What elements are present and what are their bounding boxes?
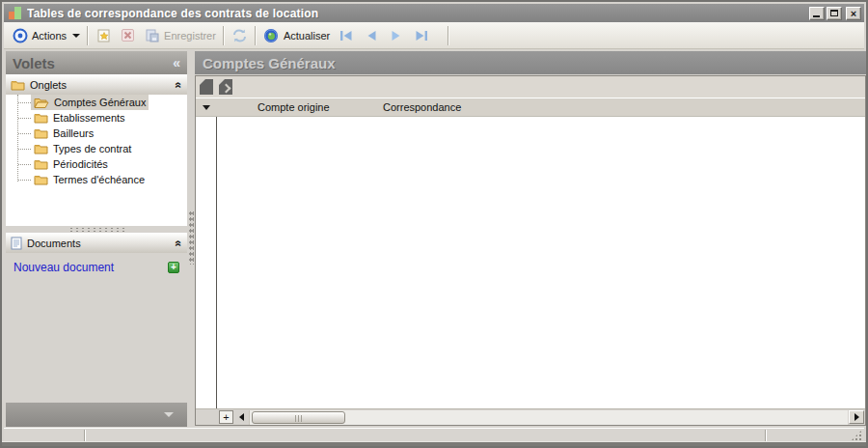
new-document-link[interactable]: Nouveau document xyxy=(14,261,168,274)
app-icon xyxy=(9,7,22,19)
sync-arrows-icon xyxy=(231,27,248,43)
sidebar-scroll-down[interactable] xyxy=(6,403,187,427)
toolbar-separator xyxy=(255,26,257,45)
dropdown-arrow-icon xyxy=(203,105,210,110)
save-icon xyxy=(144,27,160,43)
document-link-row: Nouveau document + xyxy=(6,253,187,282)
new-item-button[interactable] xyxy=(92,25,116,45)
grid-body[interactable] xyxy=(196,117,865,408)
toolbar-separator xyxy=(87,26,89,45)
main-panel-header: Comptes Généraux xyxy=(195,51,866,74)
scroll-left-button[interactable] xyxy=(233,410,249,424)
tree-item-label: Périodicités xyxy=(53,158,108,170)
add-row-button[interactable]: + xyxy=(219,410,233,424)
close-icon: × xyxy=(847,7,860,20)
delete-x-icon xyxy=(120,27,136,43)
delete-item-button[interactable] xyxy=(116,25,140,45)
nav-last-button[interactable] xyxy=(411,27,432,44)
grid-group-panel xyxy=(196,76,865,98)
app-window: Tables de correspondance des contrats de… xyxy=(0,0,868,448)
add-document-button[interactable]: + xyxy=(168,262,179,273)
actions-label: Actions xyxy=(32,30,67,42)
nav-next-icon xyxy=(391,30,402,42)
tree-item-types-de-contrat[interactable]: Types de contrat xyxy=(6,141,187,156)
horizontal-scrollbar-track[interactable] xyxy=(249,410,848,425)
window-title: Tables de correspondance des contrats de… xyxy=(27,7,809,20)
nav-last-icon xyxy=(415,30,428,42)
row-indicator-cell[interactable] xyxy=(196,98,216,117)
sync-button[interactable] xyxy=(228,25,252,45)
scroll-right-button[interactable] xyxy=(849,410,864,424)
tree-item-label: Termes d'échéance xyxy=(53,174,145,185)
close-button[interactable]: × xyxy=(846,7,861,20)
column-header-compte-origine[interactable]: Compte origine xyxy=(258,101,330,113)
save-button[interactable]: Enregistrer xyxy=(140,25,220,45)
maximize-button[interactable] xyxy=(827,7,842,20)
document-icon xyxy=(11,237,22,250)
tree-item-label: Types de contrat xyxy=(53,143,131,154)
splitter-grip-icon xyxy=(68,227,124,232)
chevron-double-up-icon[interactable]: « xyxy=(175,240,184,247)
nav-first-icon xyxy=(339,30,353,42)
chevron-down-icon xyxy=(72,34,80,38)
folder-icon xyxy=(34,112,48,124)
tree-item-label: Etablissements xyxy=(53,112,125,124)
tree-empty-space xyxy=(6,187,187,226)
titlebar: Tables de correspondance des contrats de… xyxy=(4,4,864,22)
nav-previous-icon xyxy=(366,30,377,42)
toolbar-separator xyxy=(448,26,449,45)
tree-item-periodicites[interactable]: Périodicités xyxy=(6,156,187,172)
arrow-right-icon xyxy=(854,413,859,421)
collapse-sidebar-icon[interactable]: « xyxy=(173,58,180,68)
onglets-tree: Comptes Généraux Etablissements Bailleur… xyxy=(6,95,187,226)
save-label: Enregistrer xyxy=(164,30,216,42)
tree-item-label: Comptes Généraux xyxy=(54,97,146,108)
arrow-left-icon xyxy=(239,413,244,421)
actions-target-icon xyxy=(12,27,28,43)
folder-icon xyxy=(34,174,48,185)
onglets-group-label: Onglets xyxy=(30,79,171,91)
minimize-icon xyxy=(813,15,820,17)
tree-item-label: Bailleurs xyxy=(53,127,94,139)
chevron-down-icon xyxy=(164,412,174,417)
grid-scrollbar-row: + xyxy=(196,408,865,425)
vertical-splitter[interactable] xyxy=(187,51,195,427)
refresh-icon xyxy=(263,27,280,43)
row-indicator-divider xyxy=(216,98,217,425)
onglets-group-header[interactable]: Onglets « xyxy=(6,74,187,95)
chevron-double-up-icon[interactable]: « xyxy=(175,82,184,89)
toolbar-separator xyxy=(223,26,225,45)
documents-group-header[interactable]: Documents « xyxy=(6,233,187,253)
horizontal-splitter[interactable] xyxy=(6,226,187,233)
refresh-button[interactable]: Actualiser xyxy=(259,25,334,45)
toolbar: Actions Enregistrer xyxy=(4,22,864,49)
nav-previous-button[interactable] xyxy=(361,27,382,44)
minimize-button[interactable] xyxy=(809,7,825,20)
splitter-grip-icon xyxy=(189,210,194,265)
folder-icon xyxy=(34,143,48,154)
horizontal-scrollbar-thumb[interactable] xyxy=(252,411,345,424)
grid-panel: Compte origine Correspondance + xyxy=(195,75,866,426)
new-note-icon xyxy=(95,27,112,43)
tree-item-etablissements[interactable]: Etablissements xyxy=(6,110,187,126)
tree-item-termes-echeance[interactable]: Termes d'échéance xyxy=(6,172,187,187)
folder-icon xyxy=(34,127,48,139)
panes-title: Volets xyxy=(13,55,173,71)
grid-column-header-row: Compte origine Correspondance xyxy=(196,98,865,117)
tree-item-comptes-generaux[interactable]: Comptes Généraux xyxy=(6,95,187,110)
maximize-icon xyxy=(830,10,838,16)
card-view-icon[interactable] xyxy=(200,79,213,95)
resize-grip[interactable] xyxy=(851,430,862,441)
documents-group-label: Documents xyxy=(27,238,171,249)
folder-icon xyxy=(11,79,25,91)
nav-next-button[interactable] xyxy=(386,27,407,44)
window-bottom-edge xyxy=(2,441,866,446)
folder-icon xyxy=(34,158,48,170)
scrollbar-corner xyxy=(196,409,217,425)
actions-menu-button[interactable]: Actions xyxy=(8,25,84,45)
tree-item-bailleurs[interactable]: Bailleurs xyxy=(6,126,187,141)
nav-first-button[interactable] xyxy=(336,27,357,44)
panes-header: Volets « xyxy=(6,51,187,74)
column-header-correspondance[interactable]: Correspondance xyxy=(383,101,461,113)
pin-column-icon[interactable] xyxy=(219,79,232,95)
